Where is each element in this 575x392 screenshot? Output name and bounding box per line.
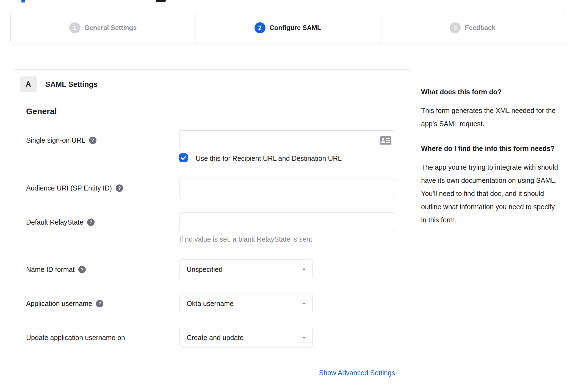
wizard-stepper: 1 General Settings 2 Configure SAML 3 Fe… (10, 12, 565, 43)
relay-state-input[interactable] (179, 212, 395, 232)
relay-state-label-text: Default RelayState (26, 218, 83, 226)
general-section-heading: General (26, 107, 57, 116)
step-number-badge: 3 (450, 22, 461, 33)
audience-uri-label: Audience URI (SP Entity ID) ? (26, 184, 123, 192)
step-label: Feedback (465, 24, 495, 32)
checkmark-icon (181, 156, 186, 160)
update-username-value: Create and update (187, 334, 244, 342)
name-id-format-label-text: Name ID format (26, 266, 74, 274)
update-username-label-text: Update application username on (26, 334, 125, 342)
section-a-badge: A (20, 76, 37, 92)
app-username-select[interactable]: Okta username ▼ (179, 294, 313, 313)
chevron-down-icon: ▼ (302, 301, 306, 306)
sidebar-spacer (421, 130, 562, 142)
sso-url-input[interactable] (179, 130, 395, 150)
step-feedback[interactable]: 3 Feedback (380, 12, 565, 43)
help-sidebar: What does this form do? This form genera… (421, 85, 562, 227)
relay-state-help-icon[interactable]: ? (87, 219, 95, 226)
relay-state-label: Default RelayState ? (26, 218, 95, 226)
app-username-label-text: Application username (26, 300, 92, 308)
chevron-down-icon: ▼ (302, 335, 306, 340)
show-advanced-settings-link[interactable]: Show Advanced Settings (319, 369, 395, 377)
name-id-format-help-icon[interactable]: ? (78, 266, 86, 273)
name-id-format-select[interactable]: Unspecified ▼ (179, 260, 313, 279)
recipient-url-checkbox-label: Use this for Recipient URL and Destinati… (196, 154, 342, 162)
app-username-value: Okta username (187, 300, 234, 308)
sso-url-label: Single sign-on URL ? (26, 136, 96, 144)
sidebar-body-1: This form generates the XML needed for t… (421, 104, 562, 130)
chevron-down-icon: ▼ (302, 267, 306, 272)
name-id-format-value: Unspecified (187, 266, 223, 274)
app-username-help-icon[interactable]: ? (96, 300, 103, 307)
update-username-label: Update application username on (26, 334, 125, 342)
name-id-format-label: Name ID format ? (26, 266, 86, 274)
app-username-label: Application username ? (26, 300, 103, 308)
panel-title: SAML Settings (45, 80, 98, 89)
sidebar-body-2: The app you're trying to integrate with … (421, 161, 562, 227)
update-username-select[interactable]: Create and update ▼ (179, 328, 313, 347)
audience-uri-help-icon[interactable]: ? (116, 184, 123, 192)
recipient-url-checkbox[interactable] (179, 153, 188, 162)
audience-uri-label-text: Audience URI (SP Entity ID) (26, 184, 112, 192)
audience-uri-input[interactable] (179, 178, 395, 198)
step-number-badge: 2 (255, 22, 266, 33)
step-label: General Settings (84, 24, 137, 32)
cutoff-blue-fragment (21, 0, 25, 2)
sidebar-heading-2: Where do I find the info this form needs… (421, 142, 562, 155)
sidebar-heading-1: What does this form do? (421, 85, 562, 98)
step-number-badge: 1 (69, 22, 80, 33)
relay-state-helper-text: If no value is set, a blank RelayState i… (179, 235, 312, 243)
step-configure-saml[interactable]: 2 Configure SAML (195, 12, 380, 43)
cutoff-dark-icon-fragment (156, 0, 166, 2)
sso-url-help-icon[interactable]: ? (89, 137, 96, 144)
sso-url-label-text: Single sign-on URL (26, 136, 85, 144)
step-label: Configure SAML (270, 24, 321, 32)
step-general-settings[interactable]: 1 General Settings (11, 12, 195, 43)
